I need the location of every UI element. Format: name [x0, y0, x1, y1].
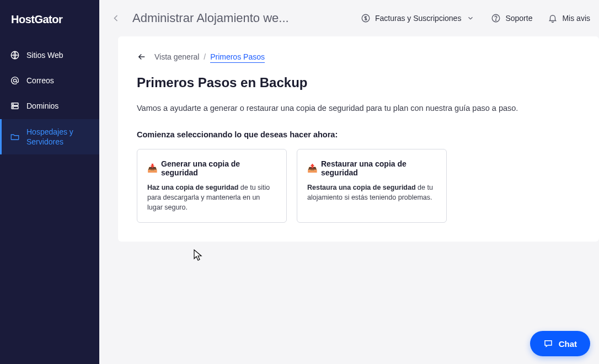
restore-backup-card[interactable]: 📤 Restaurar una copia de seguridad Resta… — [297, 149, 447, 223]
card-description: Restaura una copia de seguridad de tu al… — [307, 183, 436, 202]
sidebar-item-label: Hospedajes y Servidores — [26, 127, 89, 147]
support-label: Soporte — [505, 14, 532, 23]
card-title: 📤 Restaurar una copia de seguridad — [307, 159, 436, 177]
sidebar-nav: Sitios Web Correos Dominios Hospedajes y… — [0, 42, 99, 154]
sidebar-item-sites[interactable]: Sitios Web — [0, 42, 99, 68]
svg-point-8 — [496, 20, 496, 20]
topbar-back-button[interactable] — [108, 10, 124, 26]
card-title-text: Generar una copia de seguridad — [161, 159, 276, 177]
sidebar-item-label: Correos — [26, 76, 54, 85]
chat-button[interactable]: Chat — [530, 331, 590, 356]
sidebar-item-hosting[interactable]: Hospedajes y Servidores — [0, 119, 99, 154]
sidebar-item-emails[interactable]: Correos — [0, 68, 99, 93]
sidebar-item-label: Dominios — [26, 101, 58, 111]
help-icon — [491, 13, 501, 23]
server-icon — [10, 101, 20, 111]
breadcrumb-current[interactable]: Primeros Pasos — [210, 52, 265, 63]
card-description: Haz una copia de seguridad de tu sitio p… — [147, 183, 276, 212]
breadcrumb-row: Vista general / Primeros Pasos — [137, 52, 580, 62]
chat-label: Chat — [559, 339, 577, 349]
chevron-down-icon — [466, 13, 475, 23]
page-header-title: Administrar Alojamiento we... — [132, 11, 289, 25]
card-title-text: Restaurar una copia de seguridad — [321, 159, 436, 177]
option-cards: 📥 Generar una copia de seguridad Haz una… — [137, 149, 580, 223]
breadcrumb: Vista general / Primeros Pasos — [154, 52, 265, 61]
sidebar-item-domains[interactable]: Dominios — [0, 93, 99, 119]
topbar: Administrar Alojamiento we... Facturas y… — [99, 0, 599, 36]
brand-logo[interactable]: HostGator — [0, 0, 99, 42]
dollar-icon — [361, 13, 371, 23]
card-title: 📥 Generar una copia de seguridad — [147, 159, 276, 177]
notifications-link[interactable]: Mis avis — [548, 13, 590, 23]
page-description: Vamos a ayudarte a generar o restaurar u… — [137, 103, 580, 115]
section-label: Comienza seleccionando lo que deseas hac… — [137, 130, 580, 139]
at-icon — [10, 76, 20, 85]
main: Administrar Alojamiento we... Facturas y… — [99, 0, 599, 364]
content-card: Vista general / Primeros Pasos Primeros … — [118, 36, 599, 242]
upload-icon: 📤 — [307, 163, 318, 173]
download-icon: 📥 — [147, 163, 158, 173]
breadcrumb-back-button[interactable] — [137, 52, 147, 62]
svg-point-1 — [13, 79, 16, 82]
svg-point-4 — [13, 104, 13, 105]
topbar-actions: Facturas y Suscripciones Soporte Mis av — [361, 13, 590, 23]
sidebar-item-label: Sitios Web — [26, 50, 63, 60]
chat-icon — [543, 339, 553, 349]
svg-point-5 — [13, 108, 13, 108]
breadcrumb-parent[interactable]: Vista general — [154, 52, 199, 61]
billing-label: Facturas y Suscripciones — [375, 14, 461, 23]
billing-menu[interactable]: Facturas y Suscripciones — [361, 13, 475, 23]
breadcrumb-separator: / — [204, 52, 206, 61]
folder-icon — [10, 132, 20, 142]
sidebar: HostGator Sitios Web Correos Dominios — [0, 0, 99, 364]
notifications-label: Mis avis — [562, 14, 590, 23]
page-title: Primeros Pasos en Backup — [137, 75, 580, 90]
bell-icon — [548, 13, 558, 23]
support-link[interactable]: Soporte — [491, 13, 532, 23]
generate-backup-card[interactable]: 📥 Generar una copia de seguridad Haz una… — [137, 149, 287, 223]
globe-icon — [10, 50, 20, 60]
